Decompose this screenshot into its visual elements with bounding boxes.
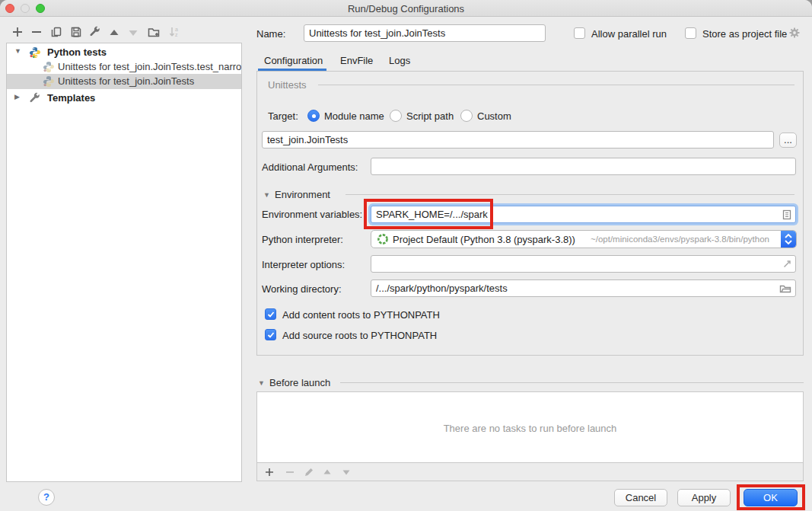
target-script-path-label: Script path xyxy=(406,110,454,122)
edit-task-icon xyxy=(304,467,314,477)
stepper-chevrons-icon xyxy=(781,231,796,248)
sort-configurations-icon: az xyxy=(168,26,180,38)
copy-configuration-icon[interactable] xyxy=(50,26,62,38)
target-custom-label: Custom xyxy=(477,110,511,122)
svg-text:z: z xyxy=(175,32,178,37)
select-stepper[interactable] xyxy=(781,231,796,248)
python-test-config-icon xyxy=(43,61,55,73)
additional-arguments-input[interactable] xyxy=(371,158,796,175)
add-source-roots-label: Add source roots to PYTHONPATH xyxy=(282,330,437,341)
edit-env-vars-icon[interactable] xyxy=(781,209,793,221)
target-module-name-label: Module name xyxy=(324,110,384,122)
tree-item-label: Python tests xyxy=(47,46,107,58)
group-divider xyxy=(318,85,794,85)
python-interpreter-label: Python interpreter: xyxy=(262,234,343,245)
browse-module-button[interactable]: ... xyxy=(779,133,797,148)
create-folder-icon[interactable] xyxy=(148,26,160,38)
environment-collapse-icon[interactable]: ▼ xyxy=(263,191,270,199)
section-divider xyxy=(340,382,804,383)
allow-parallel-run-checkbox[interactable] xyxy=(574,27,585,39)
python-interpreter-select[interactable]: Project Default (Python 3.8 (pyspark-3.8… xyxy=(371,230,797,248)
chevron-down-icon[interactable]: ▼ xyxy=(14,47,21,55)
tree-item-python-tests[interactable]: ▼ Python tests xyxy=(7,45,241,60)
interpreter-value: Project Default (Python 3.8 (pyspark-3.8… xyxy=(393,234,575,245)
remove-task-icon xyxy=(285,467,295,477)
conda-env-icon xyxy=(377,233,389,245)
allow-parallel-run-label: Allow parallel run xyxy=(591,28,667,40)
tab-logs[interactable]: Logs xyxy=(389,55,410,66)
target-script-path-radio[interactable] xyxy=(390,110,402,122)
empty-tasks-message: There are no tasks to run before launch xyxy=(257,423,803,434)
additional-arguments-label: Additional Arguments: xyxy=(262,161,358,173)
environment-section-title: Environment xyxy=(275,189,330,200)
python-tests-icon xyxy=(29,46,41,59)
module-name-input[interactable] xyxy=(262,131,774,149)
store-as-project-file-checkbox[interactable] xyxy=(685,27,696,39)
apply-button[interactable]: Apply xyxy=(677,489,731,506)
move-task-down-icon xyxy=(341,467,352,477)
title-bar: Run/Debug Configurations xyxy=(0,0,812,17)
configurations-tree: ▼ Python tests Unittests for test_join.J… xyxy=(6,43,242,482)
tree-item-jointests-selected[interactable]: Unittests for test_join.JoinTests xyxy=(7,74,241,89)
before-launch-collapse-icon[interactable]: ▼ xyxy=(258,379,265,387)
run-debug-configurations-dialog: Run/Debug Configurations az ▼ Python tes… xyxy=(0,0,812,511)
environment-variables-input[interactable] xyxy=(371,206,796,223)
unittests-group-title: Unittests xyxy=(268,79,307,91)
interpreter-path: ~/opt/miniconda3/envs/pyspark-3.8/bin/py… xyxy=(591,235,769,244)
check-icon xyxy=(266,331,275,340)
add-configuration-icon[interactable] xyxy=(11,26,24,38)
chevron-right-icon[interactable]: ▶ xyxy=(14,93,20,101)
gear-icon[interactable] xyxy=(788,27,801,39)
cancel-button[interactable]: Cancel xyxy=(614,489,667,506)
target-label: Target: xyxy=(268,110,298,122)
help-button[interactable]: ? xyxy=(38,489,55,506)
ok-button[interactable]: OK xyxy=(744,489,798,506)
before-launch-task-list: There are no tasks to run before launch xyxy=(256,391,804,463)
before-launch-title: Before launch xyxy=(269,377,330,388)
window-title: Run/Debug Configurations xyxy=(0,3,812,14)
working-directory-label: Working directory: xyxy=(262,283,342,295)
move-task-up-icon xyxy=(322,467,333,477)
tree-item-test-narrow[interactable]: Unittests for test_join.JoinTests.test_n… xyxy=(7,59,241,75)
store-as-project-file-label: Store as project file xyxy=(702,28,787,40)
add-content-roots-label: Add content roots to PYTHONPATH xyxy=(282,309,440,321)
target-custom-radio[interactable] xyxy=(460,110,473,122)
move-down-icon xyxy=(127,27,139,39)
working-directory-input[interactable] xyxy=(371,279,796,297)
tab-envfile[interactable]: EnvFile xyxy=(340,55,373,66)
before-launch-toolbar xyxy=(256,463,804,481)
add-task-icon[interactable] xyxy=(264,467,275,477)
add-content-roots-checkbox[interactable] xyxy=(265,308,276,320)
tab-configuration[interactable]: Configuration xyxy=(264,55,323,66)
svg-text:a: a xyxy=(175,27,178,32)
target-module-name-radio[interactable] xyxy=(307,110,320,122)
interpreter-options-input[interactable] xyxy=(371,255,796,273)
configuration-panel: Unittests Target: Module name Script pat… xyxy=(256,71,804,356)
folder-icon[interactable] xyxy=(779,283,791,295)
python-test-config-icon xyxy=(43,75,55,88)
remove-configuration-icon[interactable] xyxy=(30,26,43,38)
interpreter-options-label: Interpreter options: xyxy=(262,259,345,270)
expand-field-icon[interactable] xyxy=(781,258,793,270)
move-up-icon[interactable] xyxy=(108,27,120,39)
save-configuration-icon[interactable] xyxy=(70,26,82,38)
tree-item-label: Unittests for test_join.JoinTests.test_n… xyxy=(58,61,241,72)
tree-item-templates[interactable]: ▶ Templates xyxy=(7,91,241,106)
check-icon xyxy=(266,310,275,319)
tree-item-label: Templates xyxy=(47,92,95,104)
name-label: Name: xyxy=(256,28,285,40)
edit-templates-icon[interactable] xyxy=(89,26,101,38)
environment-variables-label: Environment variables: xyxy=(262,209,362,220)
tree-item-label: Unittests for test_join.JoinTests xyxy=(58,75,194,87)
section-divider xyxy=(345,194,794,195)
templates-wrench-icon xyxy=(29,92,41,104)
name-input[interactable] xyxy=(304,24,546,42)
add-source-roots-checkbox[interactable] xyxy=(265,329,276,340)
